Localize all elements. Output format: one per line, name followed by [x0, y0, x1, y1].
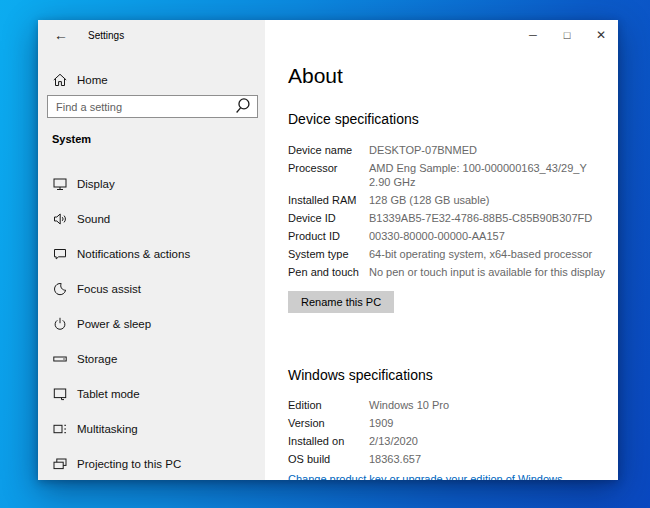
spec-value: 64-bit operating system, x64-based proce… [369, 247, 618, 261]
spec-value: 18363.657 [369, 452, 618, 466]
home-label: Home [77, 74, 108, 86]
device-specs-heading: Device specifications [288, 111, 419, 127]
spec-row: Processor AMD Eng Sample: 100-000000163_… [288, 159, 618, 191]
spec-row: System type 64-bit operating system, x64… [288, 245, 618, 263]
spec-label: Processor [288, 161, 369, 189]
spec-value: DESKTOP-07BNMED [369, 143, 618, 157]
spec-value: B1339AB5-7E32-4786-88B5-C85B90B307FD [369, 211, 618, 225]
window-controls: ─ □ ✕ [516, 20, 618, 50]
sidebar-section-title: System [52, 133, 91, 145]
spec-value: Windows 10 Pro [369, 398, 618, 412]
sidebar-item[interactable]: Projecting to this PC [38, 446, 265, 480]
spec-label: System type [288, 247, 369, 261]
sidebar: ← Settings Home System Display Sound [38, 20, 265, 480]
content-pane: ─ □ ✕ About Device specifications Device… [265, 20, 618, 480]
sidebar-item-label: Display [77, 178, 115, 190]
sidebar-item[interactable]: Notifications & actions [38, 236, 265, 271]
sidebar-item[interactable]: Display [38, 166, 265, 201]
spec-row: Pen and touch No pen or touch input is a… [288, 263, 618, 281]
rename-pc-button[interactable]: Rename this PC [288, 291, 394, 313]
windows-specs-heading: Windows specifications [288, 367, 433, 383]
display-icon [52, 176, 68, 192]
notifications-icon [52, 246, 68, 262]
tablet-mode-icon [52, 386, 68, 402]
settings-window: ← Settings Home System Display Sound [38, 20, 618, 480]
maximize-button[interactable]: □ [550, 20, 584, 50]
sidebar-item-label: Tablet mode [77, 388, 140, 400]
spec-row: Device name DESKTOP-07BNMED [288, 141, 618, 159]
desktop: { "window": { "title": "Settings", "back… [0, 0, 650, 508]
spec-label: Product ID [288, 229, 369, 243]
spec-label: Version [288, 416, 369, 430]
spec-row: Installed on 2/13/2020 [288, 432, 618, 450]
focus-assist-icon [52, 281, 68, 297]
sidebar-item[interactable]: Focus assist [38, 271, 265, 306]
sidebar-item[interactable]: Power & sleep [38, 306, 265, 341]
sidebar-item-label: Storage [77, 353, 117, 365]
spec-label: Installed RAM [288, 193, 369, 207]
sound-icon [52, 211, 68, 227]
spec-row: Installed RAM 128 GB (128 GB usable) [288, 191, 618, 209]
projecting-icon [52, 456, 68, 472]
sidebar-item-label: Sound [77, 213, 110, 225]
windows-spec-table: Edition Windows 10 Pro Version 1909 Inst… [288, 396, 618, 468]
spec-label: Device ID [288, 211, 369, 225]
close-button[interactable]: ✕ [584, 20, 618, 50]
device-spec-table: Device name DESKTOP-07BNMED Processor AM… [288, 141, 618, 281]
spec-value: 2/13/2020 [369, 434, 618, 448]
spec-row: Version 1909 [288, 414, 618, 432]
spec-row: OS build 18363.657 [288, 450, 618, 468]
search-input[interactable] [48, 101, 233, 113]
home-icon [52, 72, 68, 88]
spec-value: 1909 [369, 416, 618, 430]
spec-value: 00330-80000-00000-AA157 [369, 229, 618, 243]
sidebar-item-label: Notifications & actions [77, 248, 190, 260]
sidebar-nav: Display Sound Notifications & actions Fo… [38, 166, 265, 480]
spec-value: 128 GB (128 GB usable) [369, 193, 618, 207]
sidebar-item[interactable]: Tablet mode [38, 376, 265, 411]
spec-row: Edition Windows 10 Pro [288, 396, 618, 414]
minimize-button[interactable]: ─ [516, 20, 550, 50]
sidebar-item-label: Multitasking [77, 423, 138, 435]
sidebar-item[interactable]: Sound [38, 201, 265, 236]
page-title: About [288, 64, 343, 88]
sidebar-item-label: Focus assist [77, 283, 141, 295]
search-box [47, 95, 258, 118]
storage-icon [52, 351, 68, 367]
search-icon[interactable] [233, 96, 257, 117]
spec-value: AMD Eng Sample: 100-000000163_43/29_Y 2.… [369, 161, 618, 189]
spec-row: Device ID B1339AB5-7E32-4786-88B5-C85B90… [288, 209, 618, 227]
spec-value: No pen or touch input is available for t… [369, 265, 618, 279]
change-product-key-link[interactable]: Change product key or upgrade your editi… [288, 472, 563, 480]
spec-label: Edition [288, 398, 369, 412]
window-title: Settings [88, 20, 124, 50]
sidebar-item[interactable]: Storage [38, 341, 265, 376]
spec-label: OS build [288, 452, 369, 466]
spec-label: Installed on [288, 434, 369, 448]
spec-row: Product ID 00330-80000-00000-AA157 [288, 227, 618, 245]
spec-label: Pen and touch [288, 265, 369, 279]
spec-label: Device name [288, 143, 369, 157]
sidebar-item-label: Projecting to this PC [77, 458, 181, 470]
power-sleep-icon [52, 316, 68, 332]
sidebar-item[interactable]: Multitasking [38, 411, 265, 446]
sidebar-item-home[interactable]: Home [52, 68, 108, 92]
sidebar-item-label: Power & sleep [77, 318, 151, 330]
back-button[interactable]: ← [46, 23, 76, 47]
multitasking-icon [52, 421, 68, 437]
